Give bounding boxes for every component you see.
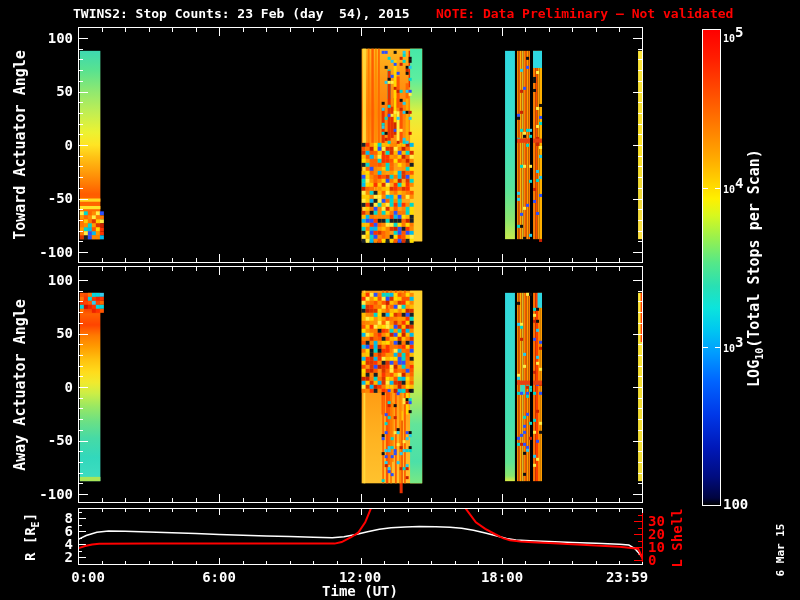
away-ytick-0: 0	[29, 378, 73, 396]
away-panel-ylabel: Away Actuator Angle	[12, 299, 28, 471]
xtick-2359: 23:59	[606, 569, 648, 585]
away-ytick-50: 50	[29, 324, 73, 342]
toward-ytick-neg100: -100	[29, 243, 73, 261]
away-ytick-neg100: -100	[29, 485, 73, 503]
r-tick-2: 2	[29, 548, 73, 566]
lshell-axis-label: L Shell	[669, 508, 685, 567]
page-title: TWINS2: Stop Counts: 23 Feb (day 54), 20…	[73, 6, 410, 22]
time-axis-label: Time (UT)	[322, 583, 398, 599]
toward-ytick-100: 100	[29, 29, 73, 47]
away-ytick-neg50: -50	[29, 431, 73, 449]
preliminary-note: NOTE: Data Preliminary – Not validated	[436, 6, 733, 22]
colorbar-tick-1e4: 104	[723, 179, 743, 199]
date-stamp: 6 Mar 15	[773, 524, 789, 577]
toward-ytick-50: 50	[29, 82, 73, 100]
xtick-0000: 0:00	[71, 569, 105, 585]
xtick-0600: 6:00	[202, 569, 236, 585]
colorbar-tick-100: 100	[723, 495, 748, 515]
xtick-1800: 18:00	[481, 569, 523, 585]
colorbar-tick-1e5: 105	[723, 28, 743, 48]
toward-ytick-0: 0	[29, 136, 73, 154]
colorbar-axis-label: LOG10(Total Stops per Scan)	[746, 149, 768, 387]
colorbar-tick-1e3: 103	[723, 338, 743, 358]
lshell-tick-0: 0	[648, 551, 656, 569]
toward-ytick-neg50: -50	[29, 189, 73, 207]
toward-panel-ylabel: Toward Actuator Angle	[12, 50, 28, 240]
away-ytick-100: 100	[29, 271, 73, 289]
